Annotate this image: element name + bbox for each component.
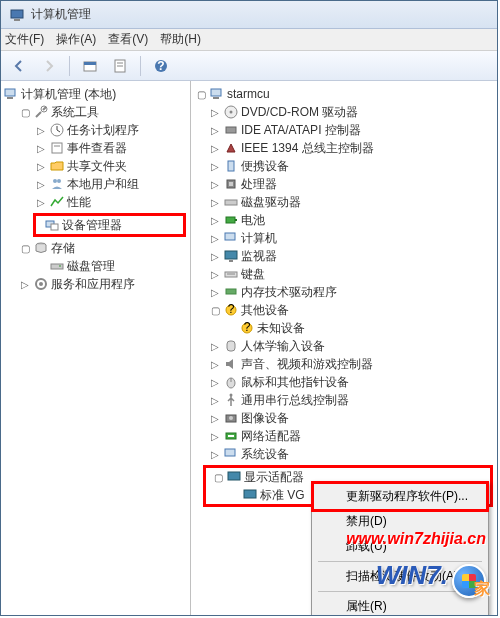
device-other[interactable]: ▢?其他设备 [191,301,497,319]
camera-icon [223,410,239,426]
expand-icon[interactable]: ▷ [207,410,223,426]
collapse-icon[interactable]: ▢ [17,104,33,120]
expand-icon[interactable]: ▷ [33,122,49,138]
dvd-icon [223,104,239,120]
tree-label: 网络适配器 [241,428,301,445]
forward-button[interactable] [37,54,61,78]
tree-label: 存储 [51,240,75,257]
collapse-icon[interactable]: ▢ [210,469,226,485]
expand-icon[interactable]: ▷ [207,374,223,390]
device-batteries[interactable]: ▷电池 [191,211,497,229]
spacer [33,258,49,274]
spacer [223,320,239,336]
expand-icon[interactable]: ▷ [207,212,223,228]
expand-icon[interactable]: ▷ [207,140,223,156]
device-hid[interactable]: ▷人体学输入设备 [191,337,497,355]
tree-services-apps[interactable]: ▷ 服务和应用程序 [1,275,190,293]
expand-icon[interactable]: ▷ [207,104,223,120]
keyboard-icon [223,266,239,282]
expand-icon[interactable]: ▷ [207,392,223,408]
svg-rect-36 [225,251,237,259]
device-system[interactable]: ▷系统设备 [191,445,497,463]
watermark-text: www.win7zhijia.cn [346,530,486,548]
expand-icon[interactable]: ▷ [33,176,49,192]
device-imaging[interactable]: ▷图像设备 [191,409,497,427]
titlebar[interactable]: 计算机管理 [1,1,497,29]
svg-rect-53 [225,449,235,456]
device-memory-tech[interactable]: ▷内存技术驱动程序 [191,283,497,301]
svg-rect-35 [225,233,235,240]
expand-icon[interactable]: ▷ [207,338,223,354]
tree-label: 声音、视频和游戏控制器 [241,356,373,373]
device-mice[interactable]: ▷鼠标和其他指针设备 [191,373,497,391]
back-button[interactable] [7,54,31,78]
tree-system-tools[interactable]: ▢ 系统工具 [1,103,190,121]
expand-icon[interactable]: ▷ [33,194,49,210]
svg-rect-52 [228,435,234,437]
tree-label: 事件查看器 [67,140,127,157]
highlight-device-manager: 设备管理器 [33,213,186,237]
tree-event-viewer[interactable]: ▷ 事件查看器 [1,139,190,157]
tree-root-computer-mgmt[interactable]: 计算机管理 (本地) [1,85,190,103]
tree-device-manager[interactable]: 设备管理器 [36,216,183,234]
menu-update-driver[interactable]: 更新驱动程序软件(P)... [311,481,489,512]
menu-view[interactable]: 查看(V) [108,31,148,48]
expand-icon[interactable]: ▷ [33,140,49,156]
expand-icon[interactable]: ▷ [17,276,33,292]
collapse-icon[interactable]: ▢ [17,240,33,256]
collapse-icon[interactable]: ▢ [193,86,209,102]
toolbar: ? [1,51,497,81]
expand-icon[interactable]: ▷ [33,158,49,174]
device-ieee1394[interactable]: ▷IEEE 1394 总线主控制器 [191,139,497,157]
svg-rect-20 [51,264,63,269]
device-tree-root[interactable]: ▢ starmcu [191,85,497,103]
expand-icon[interactable]: ▷ [207,446,223,462]
device-unknown[interactable]: ?未知设备 [191,319,497,337]
menu-file[interactable]: 文件(F) [5,31,44,48]
expand-icon[interactable]: ▷ [207,428,223,444]
collapse-icon[interactable]: ▢ [207,302,223,318]
expand-icon[interactable]: ▷ [207,356,223,372]
tree-shared-folders[interactable]: ▷ 共享文件夹 [1,157,190,175]
tree-task-scheduler[interactable]: ▷ 任务计划程序 [1,121,190,139]
expand-icon[interactable]: ▷ [207,122,223,138]
tree-storage[interactable]: ▢ 存储 [1,239,190,257]
device-usb[interactable]: ▷通用串行总线控制器 [191,391,497,409]
properties-button[interactable] [108,54,132,78]
menu-action[interactable]: 操作(A) [56,31,96,48]
event-icon [49,140,65,156]
tree-local-users[interactable]: ▷ 本地用户和组 [1,175,190,193]
device-disk-drives[interactable]: ▷磁盘驱动器 [191,193,497,211]
expand-icon[interactable]: ▷ [207,158,223,174]
device-computer[interactable]: ▷计算机 [191,229,497,247]
hdd-icon [223,194,239,210]
computer-management-window: 计算机管理 文件(F) 操作(A) 查看(V) 帮助(H) ? 计算机管理 (本… [0,0,498,616]
tree-label: 便携设备 [241,158,289,175]
tree-label: 服务和应用程序 [51,276,135,293]
device-ide[interactable]: ▷IDE ATA/ATAPI 控制器 [191,121,497,139]
up-button[interactable] [78,54,102,78]
device-portable[interactable]: ▷便携设备 [191,157,497,175]
usb-icon [223,392,239,408]
disk-icon [49,258,65,274]
tree-label: 鼠标和其他指针设备 [241,374,349,391]
device-network[interactable]: ▷网络适配器 [191,427,497,445]
device-processors[interactable]: ▷处理器 [191,175,497,193]
expand-icon[interactable]: ▷ [207,176,223,192]
device-sound[interactable]: ▷声音、视频和游戏控制器 [191,355,497,373]
device-keyboards[interactable]: ▷键盘 [191,265,497,283]
menu-help[interactable]: 帮助(H) [160,31,201,48]
other-icon: ? [223,302,239,318]
tree-performance[interactable]: ▷ 性能 [1,193,190,211]
expand-icon[interactable]: ▷ [207,194,223,210]
help-button[interactable]: ? [149,54,173,78]
device-monitors[interactable]: ▷监视器 [191,247,497,265]
svg-rect-45 [227,341,235,351]
expand-icon[interactable]: ▷ [207,284,223,300]
expand-icon[interactable]: ▷ [207,230,223,246]
expand-icon[interactable]: ▷ [207,266,223,282]
win7-logo: WIN7. 家 [376,560,486,598]
tree-disk-mgmt[interactable]: 磁盘管理 [1,257,190,275]
device-dvd[interactable]: ▷DVD/CD-ROM 驱动器 [191,103,497,121]
expand-icon[interactable]: ▷ [207,248,223,264]
